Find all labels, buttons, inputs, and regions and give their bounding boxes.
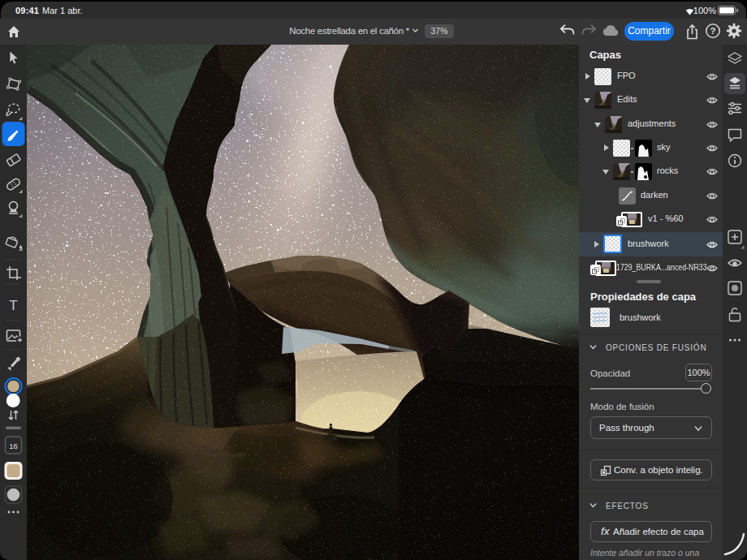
svg-text:T: T — [9, 298, 17, 313]
svg-text:16: 16 — [9, 442, 18, 450]
svg-text:?: ? — [710, 26, 715, 36]
